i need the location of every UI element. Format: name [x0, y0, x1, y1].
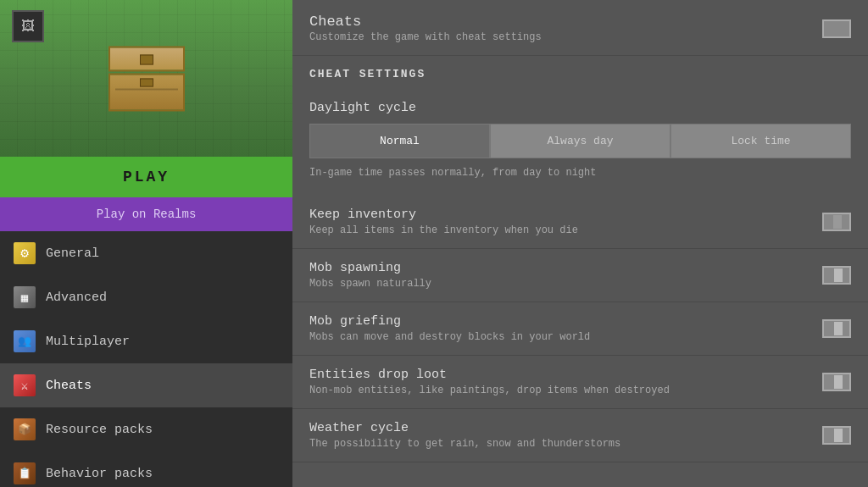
- entities-drop-loot-slider: [834, 375, 843, 389]
- daylight-section: Daylight cycle Normal Always day Lock ti…: [292, 89, 868, 196]
- sidebar-item-label-multiplayer: Multiplayer: [46, 335, 130, 349]
- mob-spawning-toggle[interactable]: [822, 266, 851, 285]
- weather-cycle-toggle[interactable]: [822, 426, 851, 445]
- sidebar-item-general[interactable]: General: [0, 231, 292, 275]
- sidebar-item-label-behavior: Behavior packs: [46, 467, 153, 481]
- sidebar-item-cheats[interactable]: Cheats: [0, 363, 292, 407]
- chest-figure: [108, 46, 185, 111]
- cheats-icon: [14, 374, 36, 396]
- setting-entities-drop-loot: Entities drop loot Non-mob entities, lik…: [292, 356, 868, 409]
- daylight-buttons: Normal Always day Lock time: [309, 124, 851, 158]
- keep-inventory-title: Keep inventory: [309, 208, 851, 222]
- entities-drop-loot-toggle[interactable]: [822, 373, 851, 391]
- cheats-section-header: Cheats Customize the game with cheat set…: [292, 0, 868, 56]
- mob-spawning-slider: [834, 268, 843, 282]
- sidebar-item-label-general: General: [46, 246, 99, 261]
- setting-mob-spawning: Mob spawning Mobs spawn naturally: [292, 249, 868, 302]
- weather-cycle-title: Weather cycle: [309, 421, 851, 435]
- weather-cycle-desc: The possibility to get rain, snow and th…: [309, 438, 851, 450]
- sidebar-item-advanced[interactable]: Advanced: [0, 275, 292, 319]
- keep-inventory-slider: [833, 215, 842, 229]
- sidebar-item-multiplayer[interactable]: Multiplayer: [0, 319, 292, 363]
- sidebar-item-label-advanced: Advanced: [46, 291, 107, 305]
- keep-inventory-toggle[interactable]: [822, 213, 851, 231]
- mob-spawning-title: Mob spawning: [309, 261, 851, 275]
- advanced-icon: [14, 286, 36, 308]
- play-button[interactable]: PLAY: [0, 157, 292, 197]
- weather-cycle-slider: [834, 429, 843, 442]
- world-edit-icon: 🖼: [12, 10, 44, 42]
- multiplayer-icon: [14, 330, 36, 352]
- daylight-normal-btn[interactable]: Normal: [309, 124, 490, 158]
- keep-inventory-desc: Keep all items in the inventory when you…: [309, 224, 851, 236]
- entities-drop-loot-desc: Non-mob entities, like paintings, drop i…: [309, 385, 851, 396]
- daylight-note: In-game time passes normally, from day t…: [309, 167, 851, 187]
- daylight-lock-time-btn[interactable]: Lock time: [670, 124, 851, 158]
- sidebar-item-behavior-packs[interactable]: Behavior packs: [0, 451, 292, 487]
- cheats-desc: Customize the game with cheat settings: [309, 31, 542, 43]
- cheats-title: Cheats: [309, 14, 542, 30]
- behavior-icon: [14, 462, 36, 484]
- daylight-label: Daylight cycle: [309, 101, 851, 115]
- cheats-master-toggle[interactable]: [822, 19, 851, 38]
- setting-weather-cycle: Weather cycle The possibility to get rai…: [292, 409, 868, 462]
- mob-griefing-desc: Mobs can move and destroy blocks in your…: [309, 331, 851, 343]
- mob-griefing-title: Mob griefing: [309, 314, 851, 329]
- resource-icon: [14, 418, 36, 440]
- cheats-header-text: Cheats Customize the game with cheat set…: [309, 14, 542, 43]
- entities-drop-loot-title: Entities drop loot: [309, 368, 851, 382]
- daylight-always-day-btn[interactable]: Always day: [490, 124, 670, 158]
- mob-griefing-slider: [834, 322, 843, 335]
- chest-bottom: [108, 73, 185, 111]
- cheat-settings-header: CHEAT SETTINGS: [292, 56, 868, 89]
- chest-top: [108, 46, 185, 71]
- nav-list: General Advanced Multiplayer Cheats Reso…: [0, 231, 292, 487]
- world-preview: 🖼: [0, 0, 292, 157]
- mob-griefing-toggle[interactable]: [822, 319, 851, 338]
- sidebar-item-label-resource: Resource packs: [46, 423, 153, 437]
- play-realms-button[interactable]: Play on Realms: [0, 197, 292, 231]
- sidebar-item-resource-packs[interactable]: Resource packs: [0, 407, 292, 451]
- setting-mob-griefing: Mob griefing Mobs can move and destroy b…: [292, 302, 868, 356]
- sidebar: 🖼 PLAY Play on Realms General Advanced M…: [0, 0, 292, 487]
- general-icon: [14, 242, 36, 264]
- sidebar-item-label-cheats: Cheats: [46, 379, 92, 393]
- mob-spawning-desc: Mobs spawn naturally: [309, 278, 851, 290]
- main-panel: Cheats Customize the game with cheat set…: [292, 0, 868, 487]
- setting-keep-inventory: Keep inventory Keep all items in the inv…: [292, 196, 868, 249]
